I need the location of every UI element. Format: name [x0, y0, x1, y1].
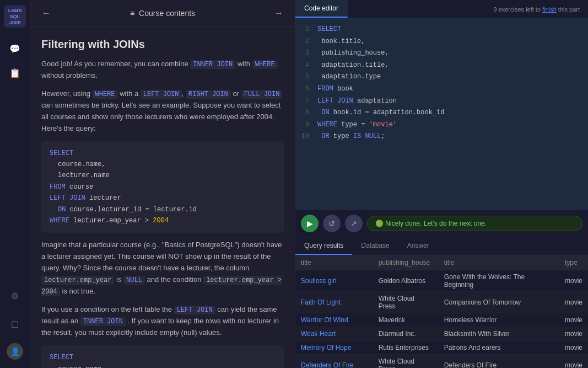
col-header-title1: title	[295, 255, 373, 270]
cell-title2: Gone With the Wolves: The Beginning	[439, 270, 559, 292]
table-row: Soulless girl Golden Albatros Gone With …	[295, 270, 588, 292]
tab-answer[interactable]: Answer	[398, 237, 438, 255]
code-line-6: 6FROM book	[301, 83, 582, 95]
kw-full-join: FULL JOIN	[241, 90, 283, 99]
paragraph-3: Imagine that a particular course (e.g., …	[41, 239, 284, 297]
kw-left-join: LEFT JOIN	[141, 90, 182, 99]
editor-header: Code editor 9 exercises left to finish t…	[295, 0, 588, 18]
table-row: Weak Heart Diarmud Inc. Blacksmith With …	[295, 327, 588, 341]
cell-type: movie	[559, 355, 588, 369]
cell-title2: Defenders Of Fire	[439, 355, 559, 369]
code-line-5: 5 adaptation.type	[301, 71, 582, 83]
code-line-4: 4 adaptation.title,	[301, 60, 582, 72]
cell-title2: Blacksmith With Silver	[439, 327, 559, 341]
cell-title2: Patrons And earers	[439, 341, 559, 355]
main-content: ← ≡ Course contents → Filtering with JOI…	[30, 0, 295, 368]
result-tabs: Query results Database Answer	[295, 237, 588, 255]
app-logo[interactable]: Learn SQL .com	[4, 6, 26, 28]
code-line-3: 3 publishing_house,	[301, 47, 582, 60]
code-line-8: 8 ON book.id = adaptation.book_id	[301, 107, 582, 119]
cell-type: movie	[559, 270, 588, 292]
code-line-10: 10 OR type IS NULL;	[301, 131, 582, 143]
cell-publishing-house: White Cloud Press	[373, 292, 439, 313]
top-nav: ← ≡ Course contents →	[30, 0, 295, 27]
tab-query-results[interactable]: Query results	[295, 237, 352, 255]
cell-title2: Companions Of Tomorrow	[439, 292, 559, 313]
col-header-publishing-house: publishing_house	[373, 255, 439, 270]
cell-title1: Warrior Of Wind	[295, 313, 373, 327]
table-row: Defenders Of Fire White Cloud Press Defe…	[295, 355, 588, 369]
cell-type: movie	[559, 292, 588, 313]
cell-type: movie	[559, 313, 588, 327]
kw-left-join-2: LEFT JOIN	[174, 306, 215, 314]
results-table-container: title publishing_house title type Soulle…	[295, 255, 588, 368]
query-results-section: Query results Database Answer title publ…	[295, 237, 588, 368]
code-line-1: 1SELECT	[301, 24, 582, 36]
exercise-icon[interactable]: ☐	[5, 314, 25, 334]
kw-where: WHERE	[93, 90, 118, 99]
table-header-row: title publishing_house title type	[295, 255, 588, 270]
cell-publishing-house: Golden Albatros	[373, 270, 439, 292]
col-header-title2: title	[439, 255, 559, 270]
code-example-1: SELECT course.name, lecturer.name FROM c…	[41, 141, 284, 233]
cell-type: movie	[559, 341, 588, 355]
code-line-2: 2 book.title,	[301, 36, 582, 48]
keyword-where: WHERE	[252, 60, 278, 69]
settings-icon[interactable]: ⚙	[5, 286, 25, 306]
table-row: Memory Of Hope Rutis Enterprises Patrons…	[295, 341, 588, 355]
exercises-left-indicator: 9 exercises left to finish this part	[485, 2, 588, 17]
cell-type: movie	[559, 327, 588, 341]
nav-title: ≡ Course contents	[60, 9, 266, 18]
code-line-9: 9WHERE type = 'movie'	[301, 119, 582, 131]
results-table: title publishing_house title type Soulle…	[295, 255, 588, 368]
cell-title1: Memory Of Hope	[295, 341, 373, 355]
success-banner: 🟢 Nicely done. Let's do the next one.	[367, 216, 582, 231]
cell-publishing-house: White Cloud Press	[373, 355, 439, 369]
kw-right-join: RIGHT JOIN	[186, 90, 231, 99]
kw-inner-join-2: INNER JOIN	[80, 317, 126, 326]
col-emp-year: lecturer.emp_year	[41, 276, 114, 285]
nav-menu-icon: ≡	[130, 9, 134, 18]
article-content: Filtering with JOINs Good job! As you re…	[30, 27, 295, 368]
cell-publishing-house: Rutis Enterprises	[373, 341, 439, 355]
cell-title2: Homeless Warrior	[439, 313, 559, 327]
sidebar: Learn SQL .com 💬 📋 ⚙ ☐ 👤	[0, 0, 30, 368]
avatar[interactable]: 👤	[7, 343, 23, 360]
code-editor-section: Code editor 9 exercises left to finish t…	[295, 0, 588, 237]
code-editor-area[interactable]: 1SELECT 2 book.title, 3 publishing_house…	[295, 18, 588, 210]
chat-icon[interactable]: 💬	[5, 39, 25, 58]
article-title: Filtering with JOINs	[41, 38, 284, 51]
paragraph-1: Good job! As you remember, you can combi…	[41, 58, 284, 82]
run-button[interactable]: ▶	[301, 215, 319, 232]
keyword-inner-join: INNER JOIN	[190, 60, 235, 69]
tab-database[interactable]: Database	[352, 237, 398, 255]
forward-button[interactable]: →	[271, 6, 287, 21]
cell-title1: Weak Heart	[295, 327, 373, 341]
finish-link[interactable]: finish	[542, 6, 557, 13]
cell-title1: Soulless girl	[295, 270, 373, 292]
kw-null: NULL	[123, 276, 145, 285]
back-button[interactable]: ←	[39, 6, 54, 21]
col-header-type: type	[559, 255, 588, 270]
table-row: Faith Of Light White Cloud Press Compani…	[295, 292, 588, 313]
tab-code-editor[interactable]: Code editor	[295, 0, 348, 18]
code-example-2: SELECT course.name, lecturer.name FROM c…	[41, 345, 284, 368]
cell-publishing-house: Maverick	[373, 313, 439, 327]
paragraph-4: If you use a condition on the left table…	[41, 304, 284, 339]
paragraph-2: However, using WHERE with a LEFT JOIN, R…	[41, 88, 284, 135]
editor-toolbar: ▶ ↺ ↗ 🟢 Nicely done. Let's do the next o…	[295, 210, 588, 237]
cell-title1: Defenders Of Fire	[295, 355, 373, 369]
table-row: Warrior Of Wind Maverick Homeless Warrio…	[295, 313, 588, 327]
code-line-7: 7LEFT JOIN adaptation	[301, 95, 582, 108]
reset-button[interactable]: ↺	[323, 215, 341, 232]
cell-publishing-house: Diarmud Inc.	[373, 327, 439, 341]
editor-tabs: Code editor	[295, 0, 485, 18]
submit-button[interactable]: ↗	[345, 215, 363, 232]
right-panel: Code editor 9 exercises left to finish t…	[295, 0, 588, 368]
book-icon[interactable]: 📋	[5, 63, 25, 83]
cell-title1: Faith Of Light	[295, 292, 373, 313]
